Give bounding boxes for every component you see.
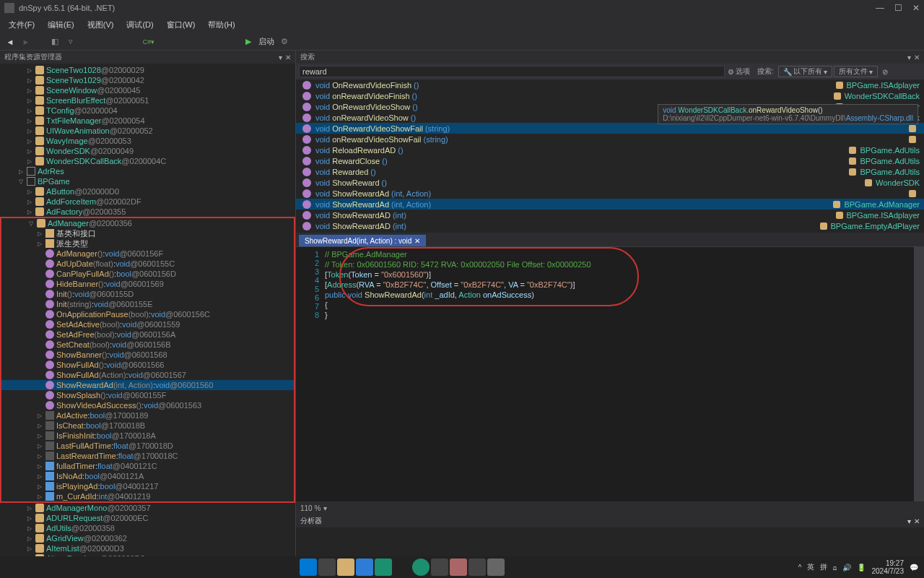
menu-file[interactable]: 文件(F) xyxy=(3,18,40,32)
zoom-level[interactable]: 110 % xyxy=(300,504,321,512)
nav-fwd-icon[interactable]: ► xyxy=(20,36,32,48)
result-row[interactable]: void OnRewardVideoShowFail(string) xyxy=(296,123,924,134)
tree-row[interactable]: ▷AItemList @020000D3 xyxy=(0,543,295,553)
tool-icon[interactable]: ⚙ xyxy=(279,36,290,48)
tree-row[interactable]: ▷AButton @020000D0 xyxy=(0,186,295,197)
tab-close-icon[interactable]: ✕ xyxy=(414,237,420,245)
start-label[interactable]: 启动 xyxy=(258,36,274,47)
tree-row[interactable]: SetAdActive(bool) : void @06001559 xyxy=(1,319,294,329)
battery-icon[interactable]: 🔋 xyxy=(857,564,866,571)
tree-row[interactable]: ▷TConfig @02000004 xyxy=(0,105,295,116)
tree-row[interactable]: Init() : void @0600155D xyxy=(1,289,294,299)
terminal-icon[interactable] xyxy=(431,558,448,576)
tray-chevron-icon[interactable]: ^ xyxy=(798,564,802,571)
wifi-icon[interactable]: ⩍ xyxy=(833,564,837,571)
tool-icon[interactable]: ▿ xyxy=(65,36,77,48)
search-opt-files[interactable]: 所有文件 ▾ xyxy=(834,66,878,77)
result-row[interactable]: void OnRewardVideoFinish()BPGame.ISAdpla… xyxy=(296,79,924,90)
result-row[interactable]: void ReloadRewardAD()BPGame.AdUtils xyxy=(296,144,924,155)
tree-row[interactable]: ▷WonderSDKCallBack @0200004C xyxy=(0,156,295,166)
explorer-icon[interactable] xyxy=(337,558,354,576)
tree-row[interactable]: ▷LastRewardTime : float @1700018C xyxy=(1,451,294,461)
tool-icon[interactable]: ◧ xyxy=(49,36,61,48)
close-icon[interactable]: ✕ xyxy=(912,3,920,13)
tree-row[interactable]: ▽AdManager @02000356 xyxy=(1,218,294,228)
tree-row[interactable]: ▷AdUtils @02000358 xyxy=(0,523,295,533)
tree-row[interactable]: ▷SceneWindow @02000045 xyxy=(0,85,295,95)
start-icon[interactable] xyxy=(300,558,317,576)
panel-close-icon[interactable]: ✕ xyxy=(914,517,920,525)
task-icon[interactable] xyxy=(318,558,336,576)
panel-close-icon[interactable]: ✕ xyxy=(914,53,920,61)
task-icon[interactable] xyxy=(468,558,486,576)
tree-row[interactable]: ▷基类和接口 xyxy=(1,228,294,238)
menu-debug[interactable]: 调试(D) xyxy=(121,18,159,32)
tree-row[interactable]: ▷WavyImage @02000053 xyxy=(0,136,295,146)
panel-dropdown-icon[interactable]: ▾ xyxy=(907,517,911,525)
tree-row[interactable]: CanPlayFullAd() : bool @0600156D xyxy=(1,269,294,279)
result-row[interactable]: void ShowReward()WonderSDK xyxy=(296,177,924,188)
result-row[interactable]: void RewardClose()BPGame.AdUtils xyxy=(296,155,924,166)
maximize-icon[interactable]: ☐ xyxy=(894,3,902,13)
result-row[interactable]: void onRewardVideoFinish()WonderSDKCallB… xyxy=(296,90,924,101)
panel-dropdown-icon[interactable]: ▾ xyxy=(279,53,282,61)
panel-close-icon[interactable]: ✕ xyxy=(285,53,291,61)
minimap[interactable] xyxy=(914,247,924,501)
task-icon[interactable] xyxy=(412,558,430,576)
tab-showrewardad[interactable]: ShowRewardAd(int, Action) : void✕ xyxy=(299,235,426,246)
tree-row[interactable]: ▷m_CurAdId : int @04001219 xyxy=(1,491,294,501)
csharp-icon[interactable]: C#▾ xyxy=(143,36,154,48)
tree-row[interactable]: ShowSplash() : void @0600155F xyxy=(1,390,294,400)
tree-row[interactable]: ▷isPlayingAd : bool @04001217 xyxy=(1,481,294,491)
steam-icon[interactable] xyxy=(393,558,411,576)
tree-row[interactable]: ▷LastFullAdTime : float @1700018D xyxy=(1,441,294,451)
start-icon[interactable]: ▶ xyxy=(243,36,254,48)
result-row[interactable]: void onRewardVideoShowFail(string) xyxy=(296,134,924,144)
tree-row[interactable]: ▽BPGame xyxy=(0,176,295,186)
tree-row[interactable]: ▷AdActive : bool @17000189 xyxy=(1,410,294,420)
tree-row[interactable]: OnApplicationPause(bool) : void @0600156… xyxy=(1,309,294,319)
tree-row[interactable]: HideBanner() : void @06001569 xyxy=(1,279,294,289)
tree-row[interactable]: AdUpDate(float) : void @0600155C xyxy=(1,259,294,269)
tree-row[interactable]: ▷SceneTwo1029 @02000042 xyxy=(0,75,295,85)
tree-row[interactable]: Init(string) : void @0600155E xyxy=(1,299,294,309)
menu-view[interactable]: 视图(V) xyxy=(82,18,120,32)
result-row[interactable]: void ShowRewardAd(int, Action) xyxy=(296,188,924,199)
tree-row[interactable]: AdManager() : void @0600156F xyxy=(1,249,294,259)
task-icon[interactable] xyxy=(450,558,467,576)
task-icon[interactable] xyxy=(356,558,373,576)
analyzer-panel[interactable] xyxy=(296,527,924,556)
tree-row[interactable]: ▷SceneTwo1028 @02000029 xyxy=(0,65,295,75)
search-results[interactable]: void OnRewardVideoFinish()BPGame.ISAdpla… xyxy=(296,79,924,233)
tree-row[interactable]: ▷TxtFileManager @02000054 xyxy=(0,116,295,126)
tree-row[interactable]: ShowVideoAdSuccess() : void @06001563 xyxy=(1,400,294,410)
tree-row[interactable]: ▷ADURLRequest @020000EC xyxy=(0,513,295,523)
code-editor[interactable]: 12345678 // BPGame.AdManager // Token: 0… xyxy=(296,247,924,501)
result-row[interactable]: void ShowRewardAd(int, Action)BPGame.AdM… xyxy=(296,199,924,210)
tree-row[interactable]: ▷AdManagerMono @02000357 xyxy=(0,503,295,513)
menu-window[interactable]: 窗口(W) xyxy=(161,18,201,32)
zoom-dropdown-icon[interactable]: ▾ xyxy=(323,504,327,512)
result-row[interactable]: void ShowRewardAD(int)BPGame.EmptyAdPlay… xyxy=(296,220,924,231)
tree-row[interactable]: ▷UIWaveAnimation @02000052 xyxy=(0,126,295,136)
search-clear-icon[interactable]: ⊘ xyxy=(879,66,891,77)
nav-back-icon[interactable]: ◄ xyxy=(4,36,16,48)
menu-help[interactable]: 帮助(H) xyxy=(202,18,240,32)
tree-row[interactable]: ▷AdFactory @02000355 xyxy=(0,207,295,217)
tree-row[interactable]: ShowRewardAd(int, Action) : void @060015… xyxy=(1,380,294,390)
system-tray[interactable]: ^ 英 拼 ⩍ 🔊 🔋 19:272024/7/23 💬 xyxy=(798,559,918,575)
task-icon[interactable] xyxy=(487,558,505,576)
search-opt-scope[interactable]: 🔧 以下所有 ▾ xyxy=(778,66,832,77)
tree-row[interactable]: SetAdFree(bool) : void @0600156A xyxy=(1,329,294,340)
minimize-icon[interactable]: — xyxy=(876,3,884,13)
tree-row[interactable]: ShowFullAd(Action) : void @06001567 xyxy=(1,370,294,380)
result-row[interactable]: void Rewarded()BPGame.AdUtils xyxy=(296,166,924,177)
tree-row[interactable]: ▷IsFinishInit : bool @1700018A xyxy=(1,431,294,441)
tree-row[interactable]: ▷AdrRes xyxy=(0,166,295,176)
tree-row[interactable]: ShowFullAd() : void @06001566 xyxy=(1,360,294,370)
result-row[interactable]: void ShowRewardAD(int)BPGame.ISAdplayer xyxy=(296,210,924,220)
assembly-tree[interactable]: ▷SceneTwo1028 @02000029▷SceneTwo1029 @02… xyxy=(0,64,295,556)
tree-row[interactable]: ▷派生类型 xyxy=(1,238,294,249)
panel-dropdown-icon[interactable]: ▾ xyxy=(907,53,911,61)
tree-row[interactable]: ▷IsCheat : bool @1700018B xyxy=(1,420,294,431)
